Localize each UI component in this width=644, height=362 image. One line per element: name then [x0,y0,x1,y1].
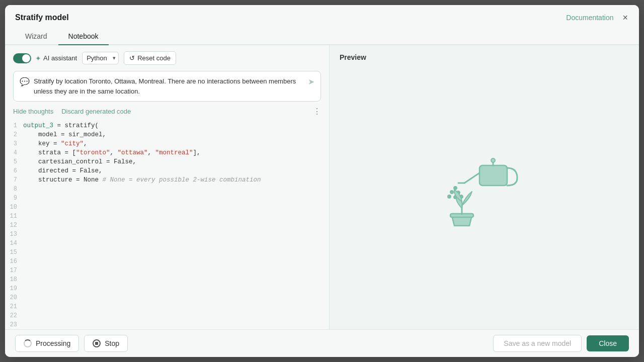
code-line: 18 [5,276,329,285]
code-line: 15 [5,249,329,258]
stop-icon [93,339,101,347]
code-line: 3 key = "city", [5,140,329,149]
code-line: 17 [5,267,329,276]
code-line: 9 [5,195,329,204]
ai-toggle-container: ✦ AI assistant [13,53,77,63]
code-line: 8 [5,186,329,195]
modal-header: Stratify model Documentation × [5,5,639,23]
ai-assistant-toggle[interactable] [13,53,31,63]
modal-overlay: Stratify model Documentation × Wizard No… [0,0,644,362]
footer-right: Save as a new model Close [493,335,629,352]
more-options-button[interactable]: ⋮ [313,107,321,116]
tab-notebook[interactable]: Notebook [58,28,109,45]
documentation-link[interactable]: Documentation [566,14,613,22]
toolbar: ✦ AI assistant Python ↺ Reset code [5,45,329,71]
code-line: 1 output_3 = stratify( [5,122,329,131]
stop-button[interactable]: Stop [84,335,128,352]
svg-point-6 [450,191,453,193]
language-selector-wrapper: Python [82,52,119,64]
code-line: 5 cartesian_control = False, [5,158,329,167]
close-button[interactable]: × [621,12,629,23]
chat-message-text: Stratify by location Toronto, Ottawa, Mo… [34,76,304,96]
modal: Stratify model Documentation × Wizard No… [5,5,639,357]
tab-wizard[interactable]: Wizard [15,28,57,45]
code-line: 12 [5,222,329,231]
code-line: 4 strata = ["toronto", "ottawa", "montre… [5,149,329,158]
reset-code-button[interactable]: ↺ Reset code [124,51,176,65]
ai-icon: ✦ [35,54,41,62]
tab-bar: Wizard Notebook [5,23,639,45]
send-icon[interactable]: ➤ [308,77,314,86]
chat-input-box[interactable]: 💬 Stratify by location Toronto, Ottawa, … [13,71,321,102]
ai-assistant-label: ✦ AI assistant [35,54,77,62]
code-line: 22 [5,312,329,321]
code-line: 10 [5,204,329,213]
preview-content [330,66,639,329]
code-line: 20 [5,294,329,303]
spinner-icon [24,339,32,347]
svg-rect-0 [479,165,507,186]
svg-line-1 [464,173,479,183]
close-footer-button[interactable]: Close [587,335,629,351]
hide-thoughts-link[interactable]: Hide thoughts [13,108,53,115]
footer: Processing Stop Save as a new model Clos… [5,329,639,357]
code-line: 14 [5,240,329,249]
reset-icon: ↺ [129,54,135,62]
main-content: ✦ AI assistant Python ↺ Reset code [5,45,639,329]
header-right: Documentation × [566,12,629,23]
svg-point-4 [491,158,495,162]
footer-left: Processing Stop [15,335,128,352]
code-line: 19 [5,285,329,294]
code-editor[interactable]: 1 output_3 = stratify( 2 model = sir_mod… [5,119,329,329]
left-panel: ✦ AI assistant Python ↺ Reset code [5,45,330,329]
language-select[interactable]: Python [82,52,119,64]
discard-code-link[interactable]: Discard generated code [61,108,131,115]
plant-illustration [444,155,525,241]
code-line: 11 [5,213,329,222]
code-line: 6 directed = False, [5,167,329,176]
code-line: 13 [5,231,329,240]
preview-title: Preview [330,45,639,66]
svg-point-8 [448,195,450,198]
code-line: 21 [5,303,329,312]
svg-point-5 [454,187,456,189]
code-line: 16 [5,258,329,267]
right-panel: Preview [330,45,639,329]
code-line: 2 model = sir_model, [5,131,329,140]
save-as-new-model-button[interactable]: Save as a new model [493,335,582,352]
code-line: 23 [5,321,329,329]
modal-title: Stratify model [15,13,69,22]
code-line: 7 structure = None # None = every possib… [5,176,329,186]
action-left: Hide thoughts Discard generated code [13,108,131,115]
processing-button[interactable]: Processing [15,335,79,352]
chat-bubble-icon: 💬 [20,77,30,86]
action-bar: Hide thoughts Discard generated code ⋮ [5,106,329,119]
